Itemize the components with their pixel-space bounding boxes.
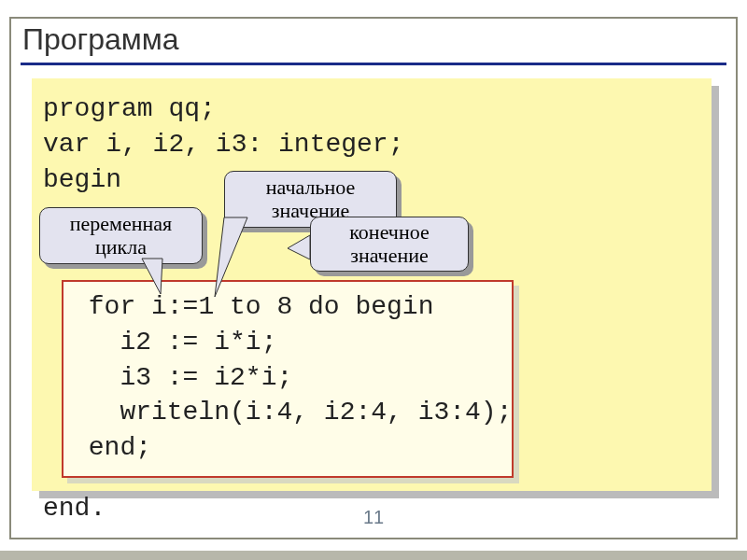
for-line-4: writeln(i:4, i2:4, i3:4); <box>73 395 502 430</box>
page-number: 11 <box>11 507 736 528</box>
title-divider <box>21 63 726 65</box>
svg-marker-1 <box>215 217 247 297</box>
for-line-5: end; <box>73 430 502 466</box>
callout-tail-icon <box>215 217 261 301</box>
callout-loop-variable-label: переменная цикла <box>48 213 194 258</box>
code-line-1: program qq; <box>43 91 700 127</box>
callout-final-value: конечное значение <box>310 217 473 276</box>
for-loop-box: for i:=1 to 8 do begin i2 := i*i; i3 := … <box>62 280 519 483</box>
for-line-1: for i:=1 to 8 do begin <box>73 289 502 325</box>
code-panel: program qq; var i, i2, i3: integer; begi… <box>32 78 719 498</box>
bottom-border <box>0 551 747 560</box>
callout-initial-value-label: начальное значение <box>233 176 388 221</box>
for-line-2: i2 := i*i; <box>73 325 502 360</box>
svg-marker-0 <box>142 259 162 294</box>
callout-loop-variable: переменная цикла <box>39 207 207 269</box>
callout-tail-icon <box>142 259 179 296</box>
slide-title: Программа <box>11 19 736 63</box>
for-line-3: i3 := i2*i; <box>73 360 502 396</box>
callout-final-value-label: конечное значение <box>318 221 460 266</box>
callout-tail-icon <box>293 235 321 263</box>
code-line-2: var i, i2, i3: integer; <box>43 127 700 162</box>
